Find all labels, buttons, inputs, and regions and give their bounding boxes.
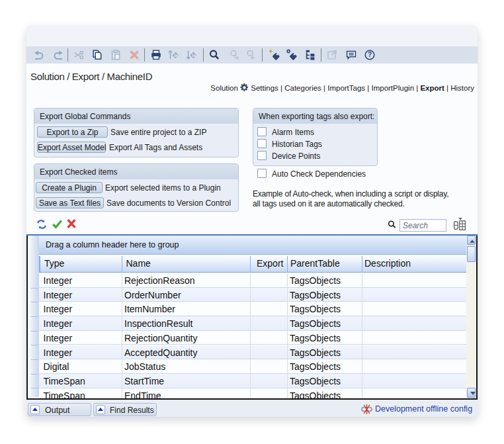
svg-text:?: ? xyxy=(368,51,372,58)
